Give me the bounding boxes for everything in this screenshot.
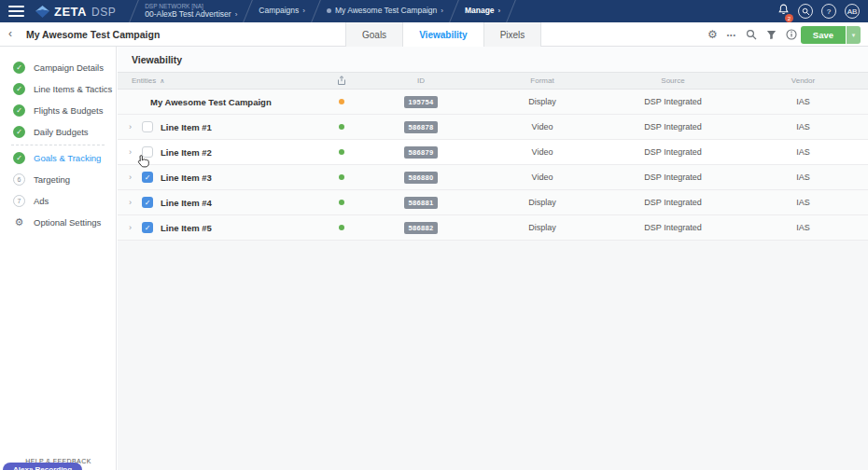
settings-gear-icon[interactable]: ⚙ bbox=[707, 28, 718, 41]
topbar-icons: 2 ? AB bbox=[777, 3, 868, 20]
checkbox-unchecked[interactable] bbox=[142, 146, 153, 158]
entity-name[interactable]: Line Item #1 bbox=[161, 122, 212, 132]
search-icon[interactable] bbox=[746, 29, 757, 40]
zeta-dsp-logo[interactable]: ZETA DSP bbox=[35, 5, 116, 19]
sidebar-item-ads[interactable]: 7Ads bbox=[0, 190, 116, 212]
save-split-button[interactable]: Save ▼ bbox=[801, 26, 861, 44]
back-chevron-icon[interactable]: ‹ bbox=[8, 27, 12, 40]
notifications-bell-icon[interactable]: 2 bbox=[777, 3, 790, 20]
id-badge: 586881 bbox=[404, 197, 439, 209]
column-id[interactable]: ID bbox=[365, 76, 477, 85]
sidebar-item-campaign-details[interactable]: ✓Campaign Details bbox=[0, 57, 116, 78]
expand-chevron-icon[interactable]: › bbox=[129, 223, 134, 232]
table-row[interactable]: ›✓Line Item #5586882DisplayDSP Integrate… bbox=[118, 215, 868, 241]
entity-name[interactable]: Line Item #3 bbox=[161, 173, 212, 183]
tab-pixels[interactable]: Pixels bbox=[483, 22, 542, 47]
filter-funnel-icon[interactable] bbox=[766, 30, 777, 40]
status-dot bbox=[339, 149, 344, 155]
id-badge: 195754 bbox=[404, 96, 439, 108]
vendor-cell: IAS bbox=[738, 147, 868, 157]
status-cell bbox=[318, 124, 365, 130]
table-row[interactable]: ›Line Item #1586878VideoDSP IntegratedIA… bbox=[118, 115, 868, 140]
save-dropdown-caret[interactable]: ▼ bbox=[847, 26, 861, 44]
entity-name[interactable]: Line Item #4 bbox=[161, 198, 212, 208]
sidebar-item-optional-settings[interactable]: ⚙Optional Settings bbox=[0, 212, 116, 233]
checkbox-checked[interactable]: ✓ bbox=[142, 172, 153, 183]
format-cell: Video bbox=[477, 122, 608, 131]
breadcrumb-item[interactable]: My Awesome Test Campaign› bbox=[327, 7, 443, 16]
tab-viewability[interactable]: Viewability bbox=[402, 22, 483, 47]
status-cell bbox=[318, 200, 365, 205]
sidebar-item-line-items-tactics[interactable]: ✓Line Items & Tactics bbox=[0, 78, 116, 100]
entity-cell: ›✓Line Item #5 bbox=[118, 222, 318, 233]
sidebar-item-label: Targeting bbox=[34, 174, 70, 185]
column-source[interactable]: Source bbox=[608, 76, 738, 85]
id-cell: 586880 bbox=[365, 172, 477, 184]
breadcrumb-item[interactable]: Campaigns› bbox=[259, 7, 305, 16]
sidebar-item-flights-budgets[interactable]: ✓Flights & Budgets bbox=[0, 100, 116, 121]
step-number-badge: 7 bbox=[13, 195, 25, 207]
checkbox-checked[interactable]: ✓ bbox=[142, 197, 153, 208]
checkbox-checked[interactable]: ✓ bbox=[142, 222, 153, 233]
format-cell: Video bbox=[477, 173, 608, 182]
breadcrumb-label: 00-AlexB Test Advertiser› bbox=[145, 10, 237, 20]
logo-zeta-text: ZETA bbox=[54, 5, 87, 19]
top-nav-bar: ZETA DSP DSP NETWORK [NA]00-AlexB Test A… bbox=[0, 0, 868, 22]
step-complete-check-icon: ✓ bbox=[13, 62, 25, 74]
global-search-icon[interactable] bbox=[798, 4, 813, 19]
sidebar-item-goals-tracking[interactable]: ✓Goals & Tracking bbox=[0, 147, 116, 169]
column-entities[interactable]: Entities ∧ bbox=[118, 76, 318, 85]
save-button[interactable]: Save bbox=[801, 26, 846, 44]
id-cell: 586878 bbox=[365, 121, 477, 133]
expand-chevron-icon[interactable]: › bbox=[129, 122, 134, 131]
sidebar-item-daily-budgets[interactable]: ✓Daily Budgets bbox=[0, 121, 116, 143]
status-dot bbox=[339, 200, 344, 205]
tab-goals[interactable]: Goals bbox=[345, 22, 402, 47]
breadcrumb-text: My Awesome Test Campaign bbox=[335, 7, 437, 16]
more-options-icon[interactable]: ••• bbox=[727, 32, 736, 38]
entity-name[interactable]: Line Item #2 bbox=[161, 147, 212, 158]
breadcrumb: DSP NETWORK [NA]00-AlexB Test Advertiser… bbox=[123, 0, 777, 22]
breadcrumb-label: My Awesome Test Campaign› bbox=[327, 7, 443, 16]
hamburger-menu-icon[interactable] bbox=[8, 3, 24, 20]
entity-name[interactable]: Line Item #5 bbox=[161, 223, 212, 233]
sidebar-items: ✓Campaign Details✓Line Items & Tactics✓F… bbox=[0, 57, 116, 233]
id-badge: 586878 bbox=[404, 121, 439, 133]
breadcrumb-item[interactable]: DSP NETWORK [NA]00-AlexB Test Advertiser… bbox=[145, 3, 237, 19]
breadcrumb-item[interactable]: Manage› bbox=[465, 7, 500, 16]
step-complete-check-icon: ✓ bbox=[13, 152, 25, 164]
expand-chevron-icon[interactable]: › bbox=[129, 173, 134, 182]
sort-ascending-icon: ∧ bbox=[160, 77, 164, 85]
export-share-icon[interactable] bbox=[318, 76, 365, 86]
column-vendor[interactable]: Vendor bbox=[738, 76, 868, 85]
source-cell: DSP Integrated bbox=[608, 122, 738, 131]
table-row[interactable]: My Awesome Test Campaign195754DisplayDSP… bbox=[118, 90, 868, 115]
avatar[interactable]: AB bbox=[845, 4, 860, 19]
entity-name[interactable]: My Awesome Test Campaign bbox=[150, 97, 272, 107]
source-cell: DSP Integrated bbox=[608, 173, 738, 182]
help-icon[interactable]: ? bbox=[821, 4, 836, 19]
table-row[interactable]: ›✓Line Item #4586881DisplayDSP Integrate… bbox=[118, 190, 868, 215]
breadcrumb-label: Campaigns› bbox=[259, 7, 305, 16]
expand-chevron-icon[interactable]: › bbox=[129, 198, 134, 207]
chevron-right-icon: › bbox=[302, 7, 305, 15]
info-icon[interactable] bbox=[786, 29, 797, 40]
vendor-cell: IAS bbox=[738, 173, 868, 182]
table-header: Entities ∧ ID Format Source Vendor bbox=[118, 72, 868, 90]
checkbox-unchecked[interactable] bbox=[142, 121, 153, 132]
page-header: ‹ My Awesome Test Campaign GoalsViewabil… bbox=[0, 22, 868, 47]
column-format[interactable]: Format bbox=[477, 76, 608, 85]
step-complete-check-icon: ✓ bbox=[13, 83, 25, 95]
entity-cell: ›✓Line Item #4 bbox=[118, 197, 318, 208]
id-badge: 586880 bbox=[404, 172, 439, 184]
id-badge: 586879 bbox=[404, 146, 439, 159]
table-row[interactable]: ›✓Line Item #3586880VideoDSP IntegratedI… bbox=[118, 165, 868, 190]
sidebar-item-label: Line Items & Tactics bbox=[34, 84, 112, 94]
expand-chevron-icon[interactable]: › bbox=[129, 147, 134, 157]
format-cell: Display bbox=[477, 223, 608, 232]
entity-cell: My Awesome Test Campaign bbox=[118, 97, 318, 107]
status-cell bbox=[318, 99, 365, 104]
table-row[interactable]: ›Line Item #2586879VideoDSP IntegratedIA… bbox=[118, 140, 868, 165]
sidebar-item-targeting[interactable]: 6Targeting bbox=[0, 169, 116, 190]
vendor-cell: IAS bbox=[738, 223, 868, 232]
